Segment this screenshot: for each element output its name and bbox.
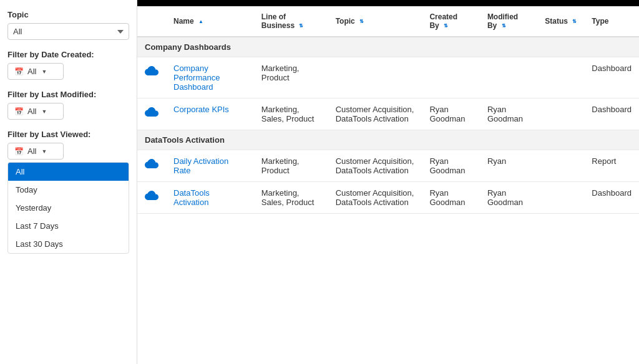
group-header-label-0: Company Dashboards <box>137 37 639 57</box>
row-created_by-cell <box>422 57 479 98</box>
row-status-cell <box>537 98 584 130</box>
row-topic-cell: Customer Acquisition, DataTools Activati… <box>328 98 422 130</box>
row-modified_by-cell <box>480 57 537 98</box>
row-name-link[interactable]: Company Performance Dashboard <box>173 64 220 92</box>
calendar-icon-3: 📅 <box>14 147 24 156</box>
sidebar: Topic All Filter by Date Created: 📅 All … <box>0 0 137 364</box>
col-lob-header[interactable]: Line ofBusiness ⇅ <box>254 6 328 37</box>
chevron-down-icon-2: ▼ <box>41 108 47 115</box>
row-topic-cell: Customer Acquisition, DataTools Activati… <box>328 182 422 214</box>
filter-last-viewed-button[interactable]: 📅 All ▼ <box>7 143 64 160</box>
dropdown-item-yesterday[interactable]: Yesterday <box>8 199 129 217</box>
last-viewed-dropdown: All Today Yesterday Last 7 Days Last 30 … <box>7 162 129 254</box>
topic-label: Topic <box>7 10 129 19</box>
cloud-icon <box>145 65 159 79</box>
row-lob-cell: Marketing, Product <box>254 57 328 98</box>
col-type-header[interactable]: Type <box>584 6 639 37</box>
cloud-icon <box>145 189 159 203</box>
row-name-link[interactable]: Daily Activation Rate <box>173 156 228 175</box>
row-modified_by-cell: Ryan Goodman <box>480 98 537 130</box>
row-name-link[interactable]: DataTools Activation <box>173 188 210 207</box>
row-lob-cell: Marketing, Sales, Product <box>254 182 328 214</box>
name-sort-arrows: ▲ <box>198 19 203 24</box>
group-header-0: Company Dashboards <box>137 37 639 57</box>
filter-date-created-label: Filter by Date Created: <box>7 50 129 59</box>
table-row: Corporate KPIsMarketing, Sales, ProductC… <box>137 98 639 130</box>
lob-sort-arrows: ⇅ <box>299 24 303 29</box>
table-row: DataTools ActivationMarketing, Sales, Pr… <box>137 182 639 214</box>
table-row: Company Performance DashboardMarketing, … <box>137 57 639 98</box>
row-type-cell: Dashboard <box>584 57 639 98</box>
row-modified_by-cell: Ryan <box>480 150 537 182</box>
col-status-header[interactable]: Status ⇅ <box>537 6 584 37</box>
topic-sort-arrows: ⇅ <box>359 19 364 24</box>
cloud-icon <box>145 158 159 171</box>
row-lob-cell: Marketing, Product <box>254 150 328 182</box>
row-name-cell: Corporate KPIs <box>166 98 254 130</box>
row-status-cell <box>537 57 584 98</box>
table-area: Name ▲ Line ofBusiness ⇅ Topic <box>137 6 639 364</box>
row-icon-cell <box>137 98 166 130</box>
row-name-link[interactable]: Corporate KPIs <box>173 105 229 114</box>
data-table: Name ▲ Line ofBusiness ⇅ Topic <box>137 6 639 214</box>
filter-last-modified-label: Filter by Last Modified: <box>7 90 129 99</box>
main-content: Name ▲ Line ofBusiness ⇅ Topic <box>137 0 639 364</box>
filter-date-created-button[interactable]: 📅 All ▼ <box>7 63 64 80</box>
row-name-cell: DataTools Activation <box>166 182 254 214</box>
row-created_by-cell: Ryan Goodman <box>422 150 479 182</box>
col-topic-header[interactable]: Topic ⇅ <box>328 6 422 37</box>
filter-last-modified-button[interactable]: 📅 All ▼ <box>7 103 64 120</box>
cloud-icon <box>145 106 159 120</box>
dropdown-item-last7days[interactable]: Last 7 Days <box>8 217 129 235</box>
row-name-cell: Company Performance Dashboard <box>166 57 254 98</box>
col-icon-header <box>137 6 166 37</box>
row-modified_by-cell: Ryan Goodman <box>480 182 537 214</box>
status-sort-arrows: ⇅ <box>572 19 577 24</box>
top-bar <box>137 0 639 6</box>
row-created_by-cell: Ryan Goodman <box>422 98 479 130</box>
row-icon-cell <box>137 150 166 182</box>
row-topic-cell <box>328 57 422 98</box>
row-lob-cell: Marketing, Sales, Product <box>254 98 328 130</box>
filter-date-created-value: All <box>27 67 36 76</box>
row-icon-cell <box>137 182 166 214</box>
filter-last-modified-value: All <box>27 107 36 116</box>
row-type-cell: Dashboard <box>584 182 639 214</box>
dropdown-item-today[interactable]: Today <box>8 181 129 199</box>
filter-last-viewed-label: Filter by Last Viewed: <box>7 130 129 139</box>
modified-sort-arrows: ⇅ <box>502 24 506 29</box>
calendar-icon-2: 📅 <box>14 107 24 116</box>
chevron-down-icon-3: ▼ <box>41 148 47 155</box>
row-topic-cell: Customer Acquisition, DataTools Activati… <box>328 150 422 182</box>
row-type-cell: Report <box>584 150 639 182</box>
row-type-cell: Dashboard <box>584 98 639 130</box>
row-icon-cell <box>137 57 166 98</box>
row-created_by-cell: Ryan Goodman <box>422 182 479 214</box>
dropdown-item-last30days[interactable]: Last 30 Days <box>8 235 129 253</box>
created-sort-arrows: ⇅ <box>444 24 448 29</box>
topic-select[interactable]: All <box>7 23 129 40</box>
group-header-1: DataTools Activation <box>137 130 639 150</box>
col-created-by-header[interactable]: CreatedBy ⇅ <box>422 6 479 37</box>
dropdown-item-all[interactable]: All <box>8 163 129 181</box>
row-name-cell: Daily Activation Rate <box>166 150 254 182</box>
group-header-label-1: DataTools Activation <box>137 130 639 150</box>
row-status-cell <box>537 182 584 214</box>
col-modified-by-header[interactable]: ModifiedBy ⇅ <box>480 6 537 37</box>
col-name-header[interactable]: Name ▲ <box>166 6 254 37</box>
table-header-row: Name ▲ Line ofBusiness ⇅ Topic <box>137 6 639 37</box>
row-status-cell <box>537 150 584 182</box>
chevron-down-icon: ▼ <box>41 69 47 75</box>
filter-last-viewed-value: All <box>27 146 36 156</box>
calendar-icon: 📅 <box>14 67 24 76</box>
table-row: Daily Activation RateMarketing, ProductC… <box>137 150 639 182</box>
